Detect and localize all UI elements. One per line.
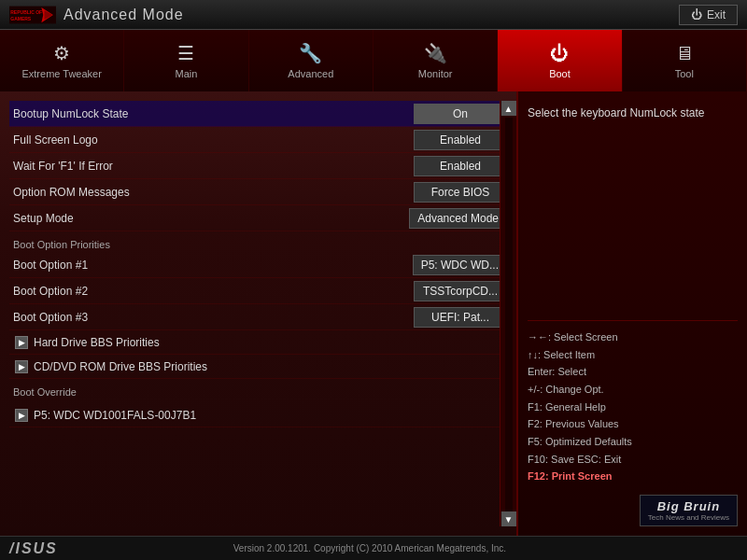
tab-boot[interactable]: ⏻ Boot bbox=[498, 30, 622, 91]
setting-row-boot1[interactable]: Boot Option #1 P5: WDC WD... bbox=[9, 252, 507, 278]
setting-row-f1[interactable]: Wait For 'F1' If Error Enabled bbox=[9, 153, 507, 179]
left-panel: Bootup NumLock State On Full Screen Logo… bbox=[0, 91, 518, 536]
setting-value-boot1: P5: WDC WD... bbox=[413, 255, 507, 275]
tab-extreme-tweaker[interactable]: ⚙ Extreme Tweaker bbox=[0, 30, 124, 91]
hdd-arrow-icon: ▶ bbox=[15, 336, 28, 349]
version-text: Version 2.00.1201. Copyright (C) 2010 Am… bbox=[233, 543, 506, 553]
advanced-icon: 🔧 bbox=[299, 42, 322, 64]
override-arrow-icon: ▶ bbox=[15, 409, 28, 422]
tool-icon: 🖥 bbox=[675, 43, 694, 64]
help-text: Select the keyboard NumLock state bbox=[528, 101, 738, 320]
setting-value-logo: Enabled bbox=[414, 130, 507, 150]
setting-label-logo: Full Screen Logo bbox=[9, 133, 414, 147]
tab-main[interactable]: ☰ Main bbox=[124, 30, 248, 91]
svg-text:GAMERS: GAMERS bbox=[10, 15, 32, 21]
exit-icon: ⏻ bbox=[691, 8, 702, 21]
hdd-bbs-label: Hard Drive BBS Priorities bbox=[34, 336, 160, 349]
shortcut-list: →←: Select Screen ↑↓: Select Item Enter:… bbox=[528, 320, 738, 485]
tab-tool[interactable]: 🖥 Tool bbox=[623, 30, 747, 91]
boot-override-header: Boot Override bbox=[9, 379, 507, 399]
boot-priorities-header: Boot Option Priorities bbox=[9, 231, 507, 252]
asus-logo: /ISUS bbox=[9, 540, 58, 557]
cdrom-bbs-label: CD/DVD ROM Drive BBS Priorities bbox=[34, 360, 207, 373]
tab-advanced-label: Advanced bbox=[288, 68, 333, 79]
right-panel: Select the keyboard NumLock state →←: Se… bbox=[518, 91, 747, 536]
boot-icon: ⏻ bbox=[550, 43, 569, 64]
tab-monitor[interactable]: 🔌 Monitor bbox=[374, 30, 498, 91]
setting-label-boot2: Boot Option #2 bbox=[9, 285, 414, 298]
setting-row-boot2[interactable]: Boot Option #2 TSSTcorpCD... bbox=[9, 278, 507, 304]
tab-monitor-label: Monitor bbox=[418, 68, 453, 79]
exit-label: Exit bbox=[707, 8, 726, 21]
top-bar: REPUBLIC OF GAMERS Advanced Mode ⏻ Exit bbox=[0, 0, 747, 30]
shortcut-f10: F10: Save ESC: Exit bbox=[528, 451, 738, 469]
boot-override-label: P5: WDC WD1001FALS-00J7B1 bbox=[34, 409, 196, 422]
tab-advanced[interactable]: 🔧 Advanced bbox=[249, 30, 374, 91]
setting-value-option-rom: Force BIOS bbox=[414, 182, 507, 203]
rog-logo-icon: REPUBLIC OF GAMERS bbox=[9, 3, 56, 27]
shortcut-f12: F12: Print Screen bbox=[528, 468, 738, 485]
nav-tabs: ⚙ Extreme Tweaker ☰ Main 🔧 Advanced 🔌 Mo… bbox=[0, 30, 747, 91]
setting-row-numlock[interactable]: Bootup NumLock State On bbox=[9, 101, 507, 127]
monitor-icon: 🔌 bbox=[424, 42, 447, 64]
mode-title: Advanced Mode bbox=[63, 7, 184, 23]
scrollbar[interactable]: ▲ ▼ bbox=[500, 101, 516, 526]
setting-label-boot3: Boot Option #3 bbox=[9, 311, 414, 324]
setting-value-boot3: UEFI: Pat... bbox=[414, 307, 507, 328]
scroll-up-button[interactable]: ▲ bbox=[501, 101, 516, 116]
setting-value-setup-mode: Advanced Mode bbox=[409, 208, 507, 229]
setting-label-setup-mode: Setup Mode bbox=[9, 212, 409, 225]
setting-label-boot1: Boot Option #1 bbox=[9, 259, 413, 272]
setting-label-option-rom: Option ROM Messages bbox=[9, 186, 414, 199]
boot-override-item[interactable]: ▶ P5: WDC WD1001FALS-00J7B1 bbox=[9, 403, 507, 427]
setting-row-option-rom[interactable]: Option ROM Messages Force BIOS bbox=[9, 179, 507, 205]
main-content: Bootup NumLock State On Full Screen Logo… bbox=[0, 91, 747, 536]
setting-value-boot2: TSSTcorpCD... bbox=[414, 281, 507, 301]
setting-label-numlock: Bootup NumLock State bbox=[9, 107, 414, 120]
shortcut-enter: Enter: Select bbox=[528, 363, 738, 381]
svg-text:REPUBLIC OF: REPUBLIC OF bbox=[10, 9, 42, 15]
extreme-tweaker-icon: ⚙ bbox=[53, 42, 70, 64]
setting-value-numlock: On bbox=[414, 104, 507, 124]
main-icon: ☰ bbox=[177, 42, 194, 64]
setting-row-setup-mode[interactable]: Setup Mode Advanced Mode bbox=[9, 205, 507, 231]
exit-button[interactable]: ⏻ Exit bbox=[679, 5, 738, 25]
cdrom-bbs-priorities-btn[interactable]: ▶ CD/DVD ROM Drive BBS Priorities bbox=[9, 355, 507, 379]
tab-tool-label: Tool bbox=[675, 68, 694, 79]
setting-row-boot3[interactable]: Boot Option #3 UEFI: Pat... bbox=[9, 304, 507, 330]
setting-row-logo[interactable]: Full Screen Logo Enabled bbox=[9, 127, 507, 153]
shortcut-f2: F2: Previous Values bbox=[528, 415, 738, 433]
cdrom-arrow-icon: ▶ bbox=[15, 360, 28, 373]
shortcut-select-item: ↑↓: Select Item bbox=[528, 346, 738, 364]
scroll-track bbox=[505, 118, 513, 525]
setting-label-f1: Wait For 'F1' If Error bbox=[9, 160, 414, 173]
tab-main-label: Main bbox=[176, 68, 198, 79]
hdd-bbs-priorities-btn[interactable]: ▶ Hard Drive BBS Priorities bbox=[9, 330, 507, 355]
tab-boot-label: Boot bbox=[549, 68, 571, 79]
setting-value-f1: Enabled bbox=[414, 156, 507, 176]
shortcut-select-screen: →←: Select Screen bbox=[528, 329, 738, 346]
scroll-down-button[interactable]: ▼ bbox=[501, 511, 516, 526]
tab-extreme-tweaker-label: Extreme Tweaker bbox=[21, 68, 101, 79]
bigbruin-badge: Big Bruin Tech News and Reviews bbox=[640, 495, 738, 526]
bottom-bar: /ISUS Version 2.00.1201. Copyright (C) 2… bbox=[0, 536, 747, 560]
shortcut-f5: F5: Optimized Defaults bbox=[528, 433, 738, 451]
shortcut-f1: F1: General Help bbox=[528, 399, 738, 416]
shortcut-change-opt: +/-: Change Opt. bbox=[528, 381, 738, 399]
logo-area: REPUBLIC OF GAMERS Advanced Mode bbox=[9, 3, 184, 27]
